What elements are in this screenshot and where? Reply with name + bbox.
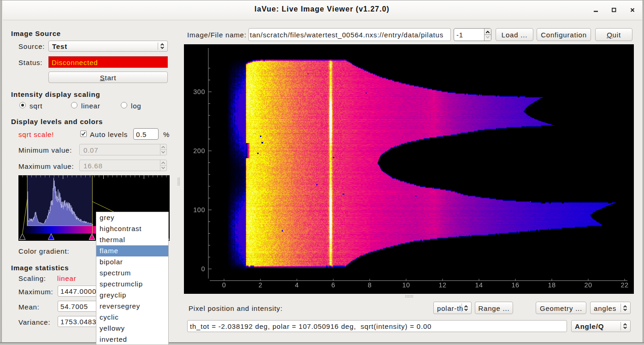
svg-text:100: 100	[193, 206, 205, 214]
svg-text:8: 8	[368, 281, 372, 289]
svg-text:12: 12	[438, 281, 446, 289]
svg-text:0: 0	[222, 281, 226, 289]
svg-text:0: 0	[201, 265, 205, 273]
svg-text:300: 300	[193, 88, 205, 95]
svg-text:10: 10	[402, 281, 410, 289]
svg-text:22: 22	[620, 281, 628, 289]
svg-text:6: 6	[331, 281, 336, 289]
svg-text:14: 14	[475, 281, 483, 289]
svg-text:2: 2	[259, 281, 263, 289]
svg-text:4: 4	[295, 281, 299, 289]
svg-text:16: 16	[511, 281, 519, 289]
svg-text:18: 18	[548, 281, 555, 289]
svg-text:200: 200	[193, 147, 205, 155]
svg-text:20: 20	[584, 281, 592, 289]
